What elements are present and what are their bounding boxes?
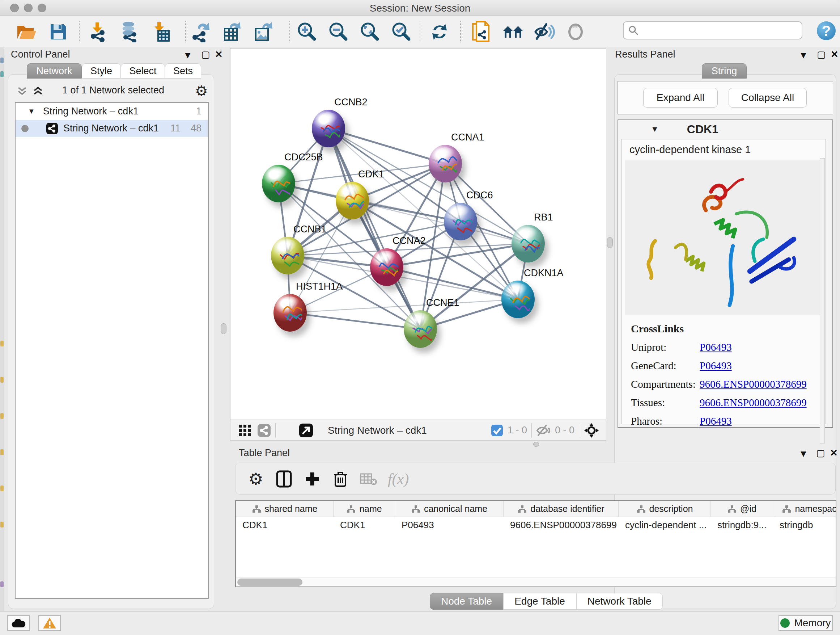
network-edge[interactable] (290, 299, 518, 313)
first-neighbors-button[interactable] (501, 20, 525, 44)
column-header-namespace[interactable]: namespace (773, 501, 836, 516)
column-header-sharedname[interactable]: shared name (236, 501, 333, 516)
network-row[interactable]: String Network – cdk1 11 48 (16, 120, 208, 137)
gene-section-header[interactable]: ▼ CDK1 (618, 120, 832, 138)
network-options-gear-icon[interactable]: ⚙ (195, 82, 208, 99)
export-network-button[interactable] (189, 20, 213, 44)
hide-selected-button[interactable] (532, 20, 556, 44)
copy-network-button[interactable] (469, 20, 493, 44)
section-expander-icon[interactable]: ▼ (651, 125, 659, 134)
protein-node-ccne1[interactable] (404, 310, 437, 348)
table-row[interactable]: CDK1CDK1P064939606.ENSP00000378699cyclin… (236, 517, 836, 533)
scrollbar-thumb[interactable] (237, 578, 302, 586)
panel-menu-icon[interactable]: ▼ (799, 50, 808, 61)
protein-node-rb1[interactable] (512, 225, 545, 263)
warnings-button[interactable] (38, 615, 61, 631)
tab-edge-table[interactable]: Edge Table (503, 593, 576, 610)
collapse-all-networks-icon[interactable] (17, 86, 28, 96)
search-input[interactable] (639, 25, 791, 36)
delete-column-trash-icon[interactable] (330, 468, 351, 490)
open-in-new-window-icon[interactable] (299, 423, 313, 438)
tree-expander-icon[interactable]: ▼ (28, 107, 35, 116)
results-scrollbar[interactable] (820, 158, 825, 443)
save-session-button[interactable] (46, 20, 70, 44)
import-network-file-button[interactable] (86, 20, 110, 44)
tab-node-table[interactable]: Node Table (430, 593, 503, 610)
selected-checkbox-icon[interactable] (491, 424, 503, 437)
zoom-selected-button[interactable] (389, 20, 413, 44)
protein-node-ccnb1[interactable] (271, 237, 304, 274)
table-cell[interactable]: CDK1 (333, 517, 395, 533)
network-collection-row[interactable]: ▼ String Network – cdk1 1 (16, 103, 208, 120)
show-all-button[interactable] (564, 20, 587, 44)
network-edge[interactable] (328, 128, 420, 329)
column-header-databaseidentifier[interactable]: database identifier (504, 501, 619, 516)
zoom-fit-button[interactable] (357, 20, 381, 44)
protein-node-cdc6[interactable] (444, 203, 477, 241)
network-overview-icon[interactable] (257, 424, 271, 437)
fit-content-crosshair-icon[interactable] (584, 423, 600, 439)
protein-node-ccnb2[interactable] (312, 110, 345, 147)
protein-node-ccna2[interactable] (370, 249, 403, 286)
protein-node-cdc25b[interactable] (262, 165, 295, 203)
table-cell[interactable]: stringdb:9... (711, 517, 773, 533)
tab-string[interactable]: String (702, 63, 747, 79)
table-cell[interactable]: CDK1 (236, 517, 333, 533)
protein-node-cdkn1a[interactable] (501, 280, 535, 318)
crosslink-link[interactable]: P06493 (699, 341, 732, 353)
show-columns-icon[interactable] (273, 468, 295, 490)
table-cell[interactable]: P06493 (395, 517, 504, 533)
panel-close-icon[interactable]: ✕ (831, 49, 838, 60)
protein-node-ccna1[interactable] (429, 145, 462, 182)
crosslink-link[interactable]: 9606.ENSP00000378699 (699, 378, 807, 390)
tab-sets[interactable]: Sets (165, 63, 201, 79)
expand-all-networks-icon[interactable] (33, 86, 44, 96)
panel-menu-icon[interactable]: ▼ (799, 448, 808, 459)
collapse-all-button[interactable]: Collapse All (729, 88, 807, 108)
table-cell[interactable]: cyclin-dependent ... (619, 517, 711, 533)
panel-close-icon[interactable]: ✕ (215, 49, 223, 60)
apply-layout-button[interactable] (428, 20, 452, 44)
table-cell[interactable]: 9606.ENSP00000378699 (504, 517, 619, 533)
network-edge[interactable] (287, 128, 328, 256)
export-table-button[interactable] (220, 20, 244, 44)
crosslink-link[interactable]: 9606.ENSP00000378699 (699, 397, 807, 409)
import-network-database-button[interactable] (117, 20, 141, 44)
panel-float-icon[interactable]: ▢ (201, 49, 210, 60)
table-options-gear-icon[interactable]: ⚙ (245, 468, 267, 490)
cloud-button[interactable] (7, 615, 30, 631)
column-header-description[interactable]: description (619, 501, 711, 516)
expand-all-button[interactable]: Expand All (643, 88, 718, 108)
column-header-name[interactable]: name (333, 501, 395, 516)
network-edge[interactable] (290, 313, 420, 329)
panel-menu-icon[interactable]: ▼ (183, 50, 193, 61)
panel-close-icon[interactable]: ✕ (830, 448, 838, 459)
panel-float-icon[interactable]: ▢ (817, 49, 826, 60)
memory-button[interactable]: Memory (778, 615, 833, 631)
table-cell[interactable]: stringdb (773, 517, 836, 533)
panel-float-icon[interactable]: ▢ (816, 448, 825, 459)
tab-select[interactable]: Select (121, 63, 165, 79)
help-button[interactable]: ? (817, 21, 836, 40)
column-header-canonicalname[interactable]: canonical name (395, 501, 504, 516)
zoom-in-button[interactable] (294, 20, 318, 44)
function-builder-icon[interactable]: f(x) (387, 468, 409, 490)
crosslink-link[interactable]: P06493 (699, 415, 732, 427)
add-column-icon[interactable] (302, 468, 323, 490)
birdseye-grid-icon[interactable] (238, 424, 251, 437)
tab-network[interactable]: Network (27, 63, 82, 79)
network-edge[interactable] (328, 128, 445, 164)
protein-node-hist1h1a[interactable] (273, 294, 307, 332)
crosslink-link[interactable]: P06493 (699, 360, 732, 372)
tab-style[interactable]: Style (82, 63, 121, 79)
table-horizontal-scrollbar[interactable] (236, 577, 836, 586)
open-session-button[interactable] (14, 20, 38, 44)
import-table-file-button[interactable] (149, 20, 173, 44)
network-view-canvas[interactable]: CCNB2 CCNA1 CDC25B CDK1 CDC6 RB1 CCNB1 C… (230, 48, 606, 420)
tab-network-table[interactable]: Network Table (576, 593, 663, 610)
left-splitter-handle[interactable] (221, 323, 226, 334)
column-header-id[interactable]: @id (711, 501, 773, 516)
export-image-button[interactable] (251, 20, 275, 44)
delete-table-icon[interactable] (358, 468, 379, 490)
zoom-out-button[interactable] (326, 20, 350, 44)
